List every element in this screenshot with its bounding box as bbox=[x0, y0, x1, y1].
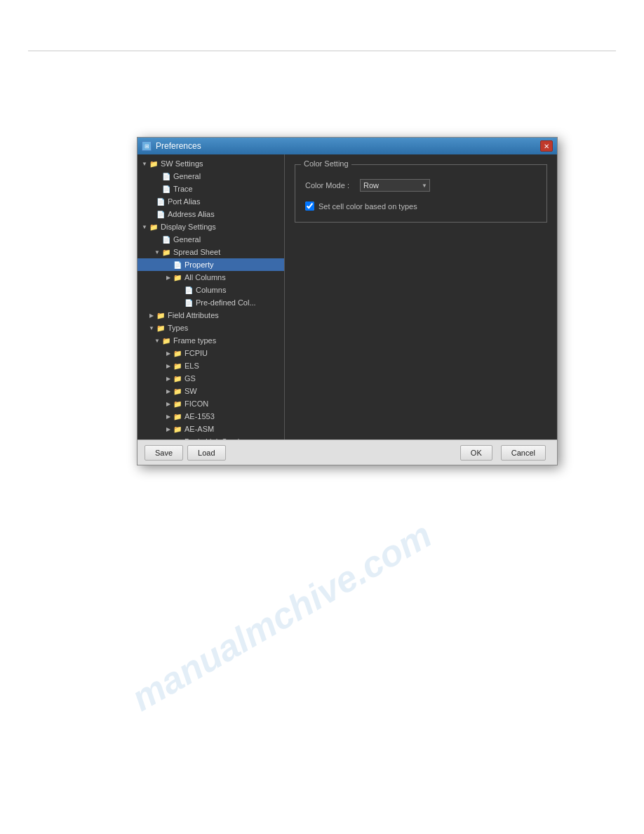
color-mode-label: Color Mode : bbox=[305, 181, 354, 190]
expand-arrow-ae-1553[interactable]: ▶ bbox=[164, 412, 173, 421]
folder-icon-display-settings: 📁 bbox=[149, 223, 159, 231]
tree-label-gs: GS bbox=[185, 374, 196, 383]
expand-arrow-property[interactable] bbox=[164, 260, 173, 269]
preferences-dialog: ⊞ Preferences ✕ ▼📁SW Settings📄General📄Tr… bbox=[137, 137, 558, 465]
folder-icon-sw-settings: 📁 bbox=[149, 159, 159, 168]
tree-item-port-alias[interactable]: 📄Port Alias bbox=[137, 195, 284, 208]
set-cell-color-checkbox[interactable] bbox=[305, 201, 314, 211]
tree-label-field-attributes: Field Attributes bbox=[168, 311, 219, 319]
expand-arrow-all-columns[interactable]: ▶ bbox=[164, 273, 173, 282]
color-setting-legend: Color Setting bbox=[301, 159, 351, 168]
tree-label-spread-sheet: Spread Sheet bbox=[173, 248, 220, 256]
expand-arrow-field-attributes[interactable]: ▶ bbox=[147, 311, 156, 319]
cancel-button[interactable]: Cancel bbox=[501, 445, 546, 461]
expand-arrow-fcpiu[interactable]: ▶ bbox=[164, 349, 173, 357]
tree-item-ficon[interactable]: ▶📁FICON bbox=[137, 397, 284, 410]
tree-label-ae-1553: AE-1553 bbox=[185, 412, 215, 421]
tree-item-all-columns[interactable]: ▶📁All Columns bbox=[137, 271, 284, 284]
expand-arrow-general1[interactable] bbox=[153, 172, 161, 180]
tree-item-ae-1553[interactable]: ▶📁AE-1553 bbox=[137, 410, 284, 423]
dialog-body: ▼📁SW Settings📄General📄Trace📄Port Alias📄A… bbox=[137, 154, 557, 439]
tree-item-sw-settings[interactable]: ▼📁SW Settings bbox=[137, 157, 284, 170]
expand-arrow-frame-types[interactable]: ▼ bbox=[153, 336, 161, 345]
top-rule bbox=[28, 51, 616, 51]
expand-arrow-pre-defined-col[interactable] bbox=[175, 298, 184, 307]
color-mode-select-wrapper[interactable]: Row Column Cell None bbox=[360, 179, 430, 192]
tree-label-sw: SW bbox=[185, 387, 197, 395]
color-setting-group: Color Setting Color Mode : Row Column Ce… bbox=[295, 164, 547, 223]
tree-label-property: Property bbox=[185, 260, 214, 269]
expand-arrow-els[interactable]: ▶ bbox=[164, 362, 173, 370]
tree-item-types[interactable]: ▼📁Types bbox=[137, 322, 284, 334]
tree-item-columns[interactable]: 📄Columns bbox=[137, 284, 284, 296]
tree-item-spread-sheet[interactable]: ▼📁Spread Sheet bbox=[137, 246, 284, 258]
tree-item-trace[interactable]: 📄Trace bbox=[137, 183, 284, 195]
ok-button[interactable]: OK bbox=[460, 445, 492, 461]
save-button[interactable]: Save bbox=[145, 445, 183, 461]
watermark: manualmchive.com bbox=[124, 513, 438, 719]
expand-arrow-trace[interactable] bbox=[153, 185, 161, 193]
folder-icon-frame-types: 📁 bbox=[161, 336, 171, 345]
folder-icon-all-columns: 📁 bbox=[173, 273, 182, 282]
tree-label-ae-asm: AE-ASM bbox=[185, 425, 214, 433]
tree-item-property[interactable]: 📄Property bbox=[137, 258, 284, 271]
color-mode-select[interactable]: Row Column Cell None bbox=[360, 179, 430, 192]
expand-arrow-ae-asm[interactable]: ▶ bbox=[164, 425, 173, 433]
folder-icon-ficon: 📁 bbox=[173, 399, 182, 408]
tree-item-field-attributes[interactable]: ▶📁Field Attributes bbox=[137, 309, 284, 322]
folder-icon-types: 📁 bbox=[156, 324, 166, 332]
folder-icon-fcpiu: 📁 bbox=[173, 349, 182, 357]
tree-item-gs[interactable]: ▶📁GS bbox=[137, 372, 284, 385]
tree-label-frame-types: Frame types bbox=[173, 336, 216, 345]
color-mode-row: Color Mode : Row Column Cell None bbox=[305, 179, 537, 192]
expand-arrow-port-alias[interactable] bbox=[147, 197, 156, 206]
tree-item-els[interactable]: ▶📁ELS bbox=[137, 359, 284, 372]
checkbox-label: Set cell color based on types bbox=[318, 202, 417, 211]
expand-arrow-gs[interactable]: ▶ bbox=[164, 374, 173, 383]
load-button[interactable]: Load bbox=[187, 445, 225, 461]
tree-label-address-alias: Address Alias bbox=[168, 210, 215, 218]
expand-arrow-address-alias[interactable] bbox=[147, 210, 156, 218]
checkbox-row: Set cell color based on types bbox=[305, 201, 537, 211]
close-button[interactable]: ✕ bbox=[540, 140, 553, 152]
tree-item-sw[interactable]: ▶📁SW bbox=[137, 385, 284, 397]
tree-label-els: ELS bbox=[185, 362, 199, 370]
tree-item-display-settings[interactable]: ▼📁Display Settings bbox=[137, 220, 284, 233]
file-icon-property: 📄 bbox=[173, 260, 182, 269]
tree-panel[interactable]: ▼📁SW Settings📄General📄Trace📄Port Alias📄A… bbox=[137, 154, 285, 439]
expand-arrow-types[interactable]: ▼ bbox=[147, 324, 156, 332]
expand-arrow-columns[interactable] bbox=[175, 286, 184, 294]
file-icon-general2: 📄 bbox=[161, 235, 171, 244]
dialog-icon: ⊞ bbox=[142, 141, 152, 151]
expand-arrow-ficon[interactable]: ▶ bbox=[164, 399, 173, 408]
expand-arrow-display-settings[interactable]: ▼ bbox=[140, 223, 149, 231]
tree-label-ficon: FICON bbox=[185, 399, 208, 408]
tree-item-frame-types[interactable]: ▼📁Frame types bbox=[137, 334, 284, 347]
footer-right: OK Cancel bbox=[460, 445, 550, 461]
file-icon-port-alias: 📄 bbox=[156, 197, 166, 206]
tree-item-ae-asm[interactable]: ▶📁AE-ASM bbox=[137, 423, 284, 435]
folder-icon-sw: 📁 bbox=[173, 387, 182, 395]
file-icon-columns: 📄 bbox=[184, 286, 194, 294]
tree-item-pre-defined-col[interactable]: 📄Pre-defined Col... bbox=[137, 296, 284, 309]
tree-label-port-alias: Port Alias bbox=[168, 197, 200, 206]
tree-label-types: Types bbox=[168, 324, 188, 332]
folder-icon-ae-1553: 📁 bbox=[173, 412, 182, 421]
expand-arrow-sw[interactable]: ▶ bbox=[164, 387, 173, 395]
tree-label-fcpiu: FCPIU bbox=[185, 349, 208, 357]
tree-label-general2: General bbox=[173, 235, 201, 244]
tree-item-general1[interactable]: 📄General bbox=[137, 170, 284, 183]
tree-item-address-alias[interactable]: 📄Address Alias bbox=[137, 208, 284, 220]
expand-arrow-general2[interactable] bbox=[153, 235, 161, 244]
file-icon-address-alias: 📄 bbox=[156, 210, 166, 218]
file-icon-trace: 📄 bbox=[161, 185, 171, 193]
right-panel: Color Setting Color Mode : Row Column Ce… bbox=[285, 154, 557, 439]
dialog-footer: Save Load OK Cancel bbox=[137, 439, 557, 465]
tree-item-general2[interactable]: 📄General bbox=[137, 233, 284, 246]
expand-arrow-spread-sheet[interactable]: ▼ bbox=[153, 248, 161, 256]
tree-label-trace: Trace bbox=[173, 185, 193, 193]
tree-label-display-settings: Display Settings bbox=[161, 223, 216, 231]
tree-item-fcpiu[interactable]: ▶📁FCPIU bbox=[137, 347, 284, 359]
folder-icon-gs: 📁 bbox=[173, 374, 182, 383]
expand-arrow-sw-settings[interactable]: ▼ bbox=[140, 159, 149, 168]
